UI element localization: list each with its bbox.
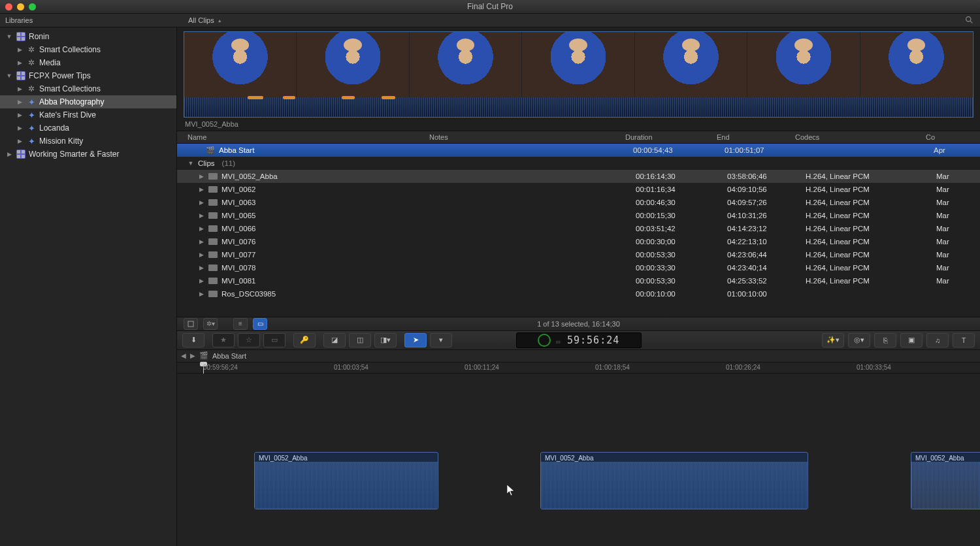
filmstrip-thumb[interactable] xyxy=(635,32,747,97)
tool-popup[interactable]: ▾ xyxy=(430,333,452,347)
retime-button[interactable]: ◎▾ xyxy=(848,333,870,347)
event-star-icon: ✦ xyxy=(26,136,37,146)
browser-row[interactable]: ▶Ros_DSC0398500:00:10:0001:00:10:00 xyxy=(177,287,980,300)
clip-icon xyxy=(208,265,218,271)
filmstrip-markers xyxy=(184,96,973,100)
browser-bottom-bar: ✲▾ ≡ ▭ 1 of 13 selected, 16:14;30 xyxy=(177,317,980,331)
sort-arrow-icon xyxy=(218,16,222,24)
col-codecs[interactable]: Codecs xyxy=(795,133,926,141)
filmstrip-thumb[interactable] xyxy=(522,32,634,97)
sidebar-item-locanda[interactable]: ▶✦Locanda xyxy=(0,121,176,135)
timeline-clip-label: MVI_0052_Abba xyxy=(915,455,964,462)
clip-filmstrip[interactable] xyxy=(184,31,973,118)
browser-row[interactable]: ▶MVI_007800:00:33;3004:23:40;14H.264, Li… xyxy=(177,261,980,274)
clip-name: Ros_DSC03985 xyxy=(221,290,276,298)
filmstrip-thumb[interactable] xyxy=(297,32,409,97)
timeline-clip[interactable]: MVI_0052_Abba xyxy=(254,452,438,509)
sidebar-item-media[interactable]: ▶✲Media xyxy=(0,56,176,69)
browser-row[interactable]: ▼Clips(11) xyxy=(177,157,980,170)
libraries-toolbar: Libraries All Clips xyxy=(0,14,980,27)
timeline-back-button[interactable]: ◀ xyxy=(181,352,186,359)
settings-popup[interactable]: ✲▾ xyxy=(203,318,218,330)
browser-row[interactable]: ▶MVI_007600:00:30;0004:22:13;10H.264, Li… xyxy=(177,235,980,248)
browser-row[interactable]: ▶MVI_007700:00:53;3004:23:06;44H.264, Li… xyxy=(177,248,980,261)
filmstrip-thumb[interactable] xyxy=(747,32,860,97)
append-clip-button[interactable]: ◨▾ xyxy=(374,333,397,347)
sidebar-item-smart-collections[interactable]: ▶✲Smart Collections xyxy=(0,43,176,56)
ruler-tick: 01:00:18;54 xyxy=(595,364,630,371)
libraries-sidebar[interactable]: ▼Ronin▶✲Smart Collections▶✲Media▼FCPX Po… xyxy=(0,27,177,546)
browser-header[interactable]: Name Notes Duration End Codecs Co xyxy=(177,131,980,144)
sidebar-item-fcpx-power-tips[interactable]: ▼FCPX Power Tips xyxy=(0,69,176,82)
ruler-tick: 01:00:11;24 xyxy=(465,364,499,371)
photos-browser-button[interactable]: ▣ xyxy=(900,333,923,347)
sidebar-item-label: Smart Collections xyxy=(39,45,101,54)
browser-row[interactable]: ▶MVI_006600:03:51;4204:14:23;12H.264, Li… xyxy=(177,222,980,235)
clip-name: Abba Start xyxy=(219,146,254,154)
browser-row[interactable]: 🎬Abba Start00:00:54;4301:00:51;07Apr xyxy=(177,144,980,157)
favorite-button[interactable]: ★ xyxy=(212,333,235,347)
sidebar-item-kate-s-first-dive[interactable]: ▶✦Kate's First Dive xyxy=(0,108,176,121)
marker xyxy=(283,96,295,99)
sidebar-item-abba-photography[interactable]: ▶✦Abba Photography xyxy=(0,95,176,108)
mouse-cursor-icon xyxy=(507,485,515,496)
insert-clip-button[interactable]: ◫ xyxy=(349,333,371,347)
sidebar-item-working-smarter-faster[interactable]: ▶Working Smarter & Faster xyxy=(0,148,176,161)
timeline-ruler[interactable]: 00:59:56;2401:00:03;5401:00:11;2401:00:1… xyxy=(177,362,980,374)
select-tool[interactable]: ➤ xyxy=(404,333,427,347)
effects-button[interactable]: ✨▾ xyxy=(822,333,844,347)
allclips-popup[interactable]: All Clips xyxy=(182,16,222,24)
timecode-prefix: 00 xyxy=(556,340,561,344)
clip-icon xyxy=(208,251,218,258)
clip-waveform xyxy=(911,462,980,509)
library-icon xyxy=(16,31,26,42)
reject-button[interactable]: ☆ xyxy=(238,333,260,347)
browser-row[interactable]: ▶MVI_006200:01:16;3404:09:10;56H.264, Li… xyxy=(177,183,980,196)
clip-name: MVI_0066 xyxy=(221,225,255,233)
col-name[interactable]: Name xyxy=(177,133,429,141)
svg-point-0 xyxy=(966,16,971,21)
timecode-display[interactable]: 00 59:56:24 xyxy=(516,332,642,348)
keyword-button[interactable]: ▭ xyxy=(263,333,286,347)
sidebar-item-ronin[interactable]: ▼Ronin xyxy=(0,30,176,43)
search-icon[interactable] xyxy=(965,16,973,25)
list-view-button[interactable]: ≡ xyxy=(233,318,248,330)
clip-browser[interactable]: 🎬Abba Start00:00:54;4301:00:51;07Apr▼Cli… xyxy=(177,144,980,317)
filmstrip-view-button[interactable]: ▭ xyxy=(253,318,267,330)
sidebar-item-label: Ronin xyxy=(29,32,49,41)
ruler-tick: 00:59:56;24 xyxy=(203,364,238,371)
filmstrip-thumb[interactable] xyxy=(184,32,297,97)
clip-icon xyxy=(208,291,218,297)
filmstrip-thumb[interactable] xyxy=(860,32,973,97)
sidebar-item-smart-collections[interactable]: ▶✲Smart Collections xyxy=(0,82,176,95)
col-co[interactable]: Co xyxy=(926,133,945,141)
clip-name: MVI_0063 xyxy=(221,199,255,206)
timeline-forward-button[interactable]: ▶ xyxy=(190,352,195,359)
allclips-label: All Clips xyxy=(188,16,214,24)
timeline-clip[interactable]: MVI_0052_Abba xyxy=(911,452,980,509)
browser-row[interactable]: ▶MVI_0052_Abba00:16:14;3003:58:06;46H.26… xyxy=(177,170,980,183)
browser-row[interactable]: ▶MVI_008100:00:53;3004:25:33;52H.264, Li… xyxy=(177,274,980,287)
timeline[interactable]: MVI_0052_AbbaMVI_0052_AbbaMVI_0052_Abba xyxy=(177,374,980,547)
share-button[interactable]: ⎘ xyxy=(874,333,896,347)
filmstrip-thumb[interactable] xyxy=(410,32,522,97)
import-media-button[interactable]: ⬇ xyxy=(182,333,204,347)
col-end[interactable]: End xyxy=(717,133,795,141)
timeline-clip[interactable]: MVI_0052_Abba xyxy=(540,452,808,509)
col-duration[interactable]: Duration xyxy=(625,133,717,141)
browser-row[interactable]: ▶MVI_006500:00:15;3004:10:31;26H.264, Li… xyxy=(177,209,980,222)
connect-clip-button[interactable]: ◪ xyxy=(323,333,346,347)
event-star-icon: ✦ xyxy=(26,97,37,107)
primary-storyline[interactable]: MVI_0052_AbbaMVI_0052_AbbaMVI_0052_Abba xyxy=(177,452,980,511)
keyword-editor-button[interactable]: 🔑 xyxy=(293,333,316,347)
background-tasks-icon[interactable] xyxy=(538,334,551,347)
filmstrip-clip-name: MVI_0052_Abba xyxy=(177,118,980,131)
browser-row[interactable]: ▶MVI_006300:00:46;3004:09:57;26H.264, Li… xyxy=(177,196,980,209)
sidebar-item-mission-kitty[interactable]: ▶✦Mission Kitty xyxy=(0,135,176,148)
col-notes[interactable]: Notes xyxy=(429,133,625,141)
filmstrip-waveform xyxy=(184,97,973,117)
import-button[interactable] xyxy=(184,318,198,330)
music-browser-button[interactable]: ♫ xyxy=(926,333,949,347)
timecode-value: 59:56:24 xyxy=(567,334,619,346)
titles-browser-button[interactable]: T xyxy=(953,333,975,347)
